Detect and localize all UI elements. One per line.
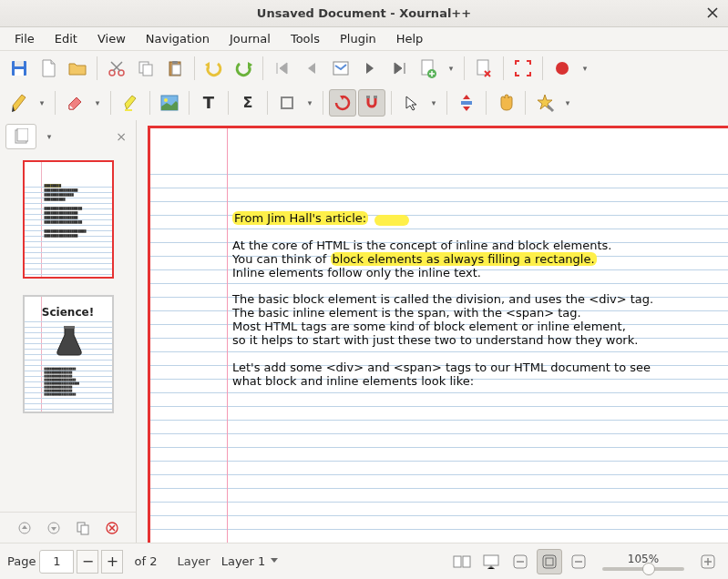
thumbnails: ████████████████████████████████████████… (0, 153, 136, 512)
duplicate-button[interactable] (71, 516, 95, 540)
annotated-pages-button[interactable] (327, 55, 354, 82)
menu-navigation[interactable]: Navigation (137, 29, 219, 48)
sidebar-pages-dropdown[interactable]: ▾ (42, 132, 56, 141)
zoom-fit-button[interactable] (537, 549, 562, 574)
text-tool[interactable]: T (195, 89, 222, 117)
pen-tool[interactable] (5, 89, 33, 117)
pen-dropdown[interactable]: ▾ (35, 98, 49, 107)
snap-button[interactable] (358, 89, 385, 117)
zoom-percent: 105% (628, 553, 659, 565)
latex-tool[interactable]: Σ (234, 89, 261, 117)
page-1: From Jim Hall's article: At the core of … (148, 126, 728, 543)
highlighter-tool[interactable] (117, 89, 144, 117)
record-button[interactable] (549, 55, 576, 82)
thumbnail-1[interactable]: ████████████████████████████████████████… (23, 160, 114, 279)
menu-view[interactable]: View (88, 29, 135, 48)
menu-journal[interactable]: Journal (220, 29, 280, 48)
svg-rect-25 (17, 128, 28, 141)
svg-rect-32 (454, 556, 461, 567)
toolbar-tools: ▾ ▾ T Σ ▾ ▾ ▾ (0, 86, 728, 120)
record-dropdown[interactable]: ▾ (578, 64, 592, 73)
shape-tool[interactable] (273, 89, 301, 117)
new-button[interactable] (35, 55, 62, 82)
select-tool[interactable] (397, 89, 425, 117)
thumb-science-label: Science! (25, 306, 112, 319)
copy-button[interactable] (132, 55, 159, 82)
shape-dropdown[interactable]: ▾ (302, 98, 317, 107)
svg-rect-21 (366, 96, 370, 98)
svg-rect-6 (143, 65, 152, 76)
svg-rect-36 (543, 555, 556, 568)
delete-thumb-button[interactable] (100, 516, 124, 540)
zoom-out-button[interactable] (508, 549, 533, 574)
svg-rect-20 (282, 97, 292, 108)
menu-edit[interactable]: Edit (46, 29, 87, 48)
menu-plugin[interactable]: Plugin (331, 29, 385, 48)
close-button[interactable] (704, 5, 721, 21)
svg-rect-33 (463, 556, 470, 567)
menu-help[interactable]: Help (387, 29, 433, 48)
vertical-space-tool[interactable] (453, 89, 480, 117)
shape-recognizer-button[interactable] (329, 89, 356, 117)
svg-rect-15 (125, 109, 132, 111)
svg-rect-34 (484, 555, 498, 565)
eraser-dropdown[interactable]: ▾ (90, 98, 105, 107)
delete-page-button[interactable] (470, 55, 497, 82)
save-button[interactable] (5, 55, 33, 82)
statusbar: Page 1 − + of 2 Layer Layer 1 105% (0, 543, 728, 579)
zoom-in-button[interactable] (695, 549, 721, 574)
svg-rect-2 (15, 69, 24, 76)
sidebar-close-button[interactable]: × (112, 127, 130, 146)
first-page-button[interactable] (269, 55, 296, 82)
flask-icon (52, 324, 87, 359)
undo-button[interactable] (200, 55, 228, 82)
toolbox-dropdown[interactable]: ▾ (560, 98, 575, 107)
svg-rect-37 (546, 558, 553, 565)
open-button[interactable] (64, 55, 91, 82)
image-tool[interactable] (156, 89, 183, 117)
next-page-button[interactable] (356, 55, 384, 82)
svg-point-14 (556, 62, 569, 75)
sidebar-pages-button[interactable] (5, 124, 36, 149)
svg-rect-23 (461, 101, 472, 105)
last-page-button[interactable] (385, 55, 413, 82)
cut-button[interactable] (103, 55, 130, 82)
fullscreen-button[interactable] (509, 55, 537, 82)
insert-page-dropdown[interactable]: ▾ (444, 64, 458, 73)
titlebar: Unsaved Document - Xournal++ (0, 0, 728, 27)
hand-tool[interactable] (492, 89, 519, 117)
select-dropdown[interactable]: ▾ (426, 98, 441, 107)
menu-file[interactable]: File (5, 29, 44, 48)
prev-page-button[interactable] (298, 55, 325, 82)
page-number-input[interactable]: 1 (39, 550, 74, 574)
toolbox-button[interactable] (531, 89, 559, 117)
svg-rect-22 (374, 96, 377, 98)
page-minus-button[interactable]: − (77, 550, 98, 574)
menu-tools[interactable]: Tools (282, 29, 329, 48)
move-up-button[interactable] (13, 516, 36, 540)
eraser-tool[interactable] (61, 89, 88, 117)
svg-text:Σ: Σ (243, 95, 253, 111)
main-canvas[interactable]: From Jim Hall's article: At the core of … (137, 120, 728, 543)
paired-pages-button[interactable] (449, 549, 475, 574)
move-down-button[interactable] (42, 516, 66, 540)
zoom-slider[interactable] (602, 567, 684, 571)
menubar: File Edit View Navigation Journal Tools … (0, 27, 728, 51)
page-total: of 2 (134, 554, 157, 568)
page-plus-button[interactable]: + (101, 550, 123, 574)
presentation-button[interactable] (478, 549, 504, 574)
layer-select[interactable]: Layer 1 (216, 552, 281, 571)
page-text: From Jim Hall's article: At the core of … (232, 212, 728, 389)
zoom-100-button[interactable] (566, 549, 591, 574)
insert-page-button[interactable] (415, 55, 442, 82)
toolbar-main: ▾ ▾ (0, 51, 728, 86)
sidebar: ▾ × ████████████████████████████████████… (0, 120, 137, 543)
svg-rect-9 (172, 61, 178, 64)
layer-label: Layer (177, 554, 210, 568)
svg-rect-1 (15, 61, 24, 66)
paste-button[interactable] (161, 55, 189, 82)
redo-button[interactable] (230, 55, 257, 82)
thumbnail-2[interactable]: Science! ███████████████████████████████… (23, 295, 114, 413)
page-label: Page (7, 554, 36, 568)
svg-text:T: T (203, 95, 215, 111)
